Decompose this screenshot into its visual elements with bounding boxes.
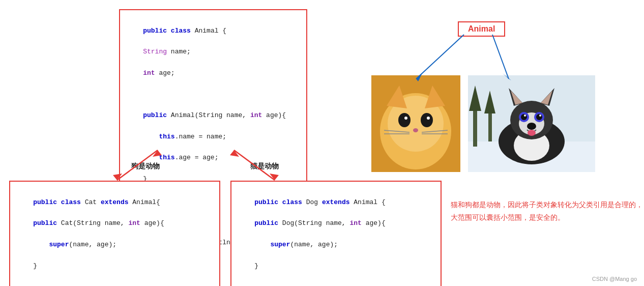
svg-rect-16	[473, 106, 477, 147]
svg-point-7	[404, 117, 407, 120]
svg-point-5	[398, 113, 411, 127]
cat-image	[371, 75, 460, 172]
svg-point-8	[427, 117, 430, 120]
page-container: public class Animal { String name; int a…	[0, 0, 644, 286]
dog-image	[468, 75, 595, 172]
svg-line-42	[416, 35, 464, 79]
cat-code-box: public class Cat extends Animal{ public …	[9, 181, 220, 286]
svg-point-34	[527, 123, 536, 130]
svg-point-31	[536, 114, 542, 120]
svg-rect-18	[488, 111, 492, 141]
dog-code-box: public class Dog extends Animal { public…	[230, 181, 442, 286]
desc-line1: 猫和狗都是动物，因此将子类对象转化为父类引用是合理的，	[451, 198, 643, 211]
description-text: 猫和狗都是动物，因此将子类对象转化为父类引用是合理的， 大范围可以囊括小范围，是…	[451, 198, 643, 224]
animal-label-box: Animal	[458, 21, 505, 37]
footer-text: CSDN @Mang go	[592, 276, 637, 282]
cat-photo	[371, 75, 460, 172]
desc-line2: 大范围可以囊括小范围，是安全的。	[451, 211, 643, 224]
dog-photo	[468, 75, 595, 172]
animal-label: Animal	[468, 24, 495, 33]
svg-point-32	[524, 115, 526, 117]
dog-is-animal-label: 狗是动物	[131, 162, 160, 171]
svg-line-44	[492, 35, 509, 79]
svg-point-33	[539, 115, 541, 117]
svg-point-6	[421, 113, 433, 127]
cat-is-animal-label: 猫是动物	[250, 162, 279, 171]
svg-point-35	[528, 130, 536, 136]
svg-point-30	[521, 114, 527, 120]
svg-point-9	[413, 128, 418, 132]
